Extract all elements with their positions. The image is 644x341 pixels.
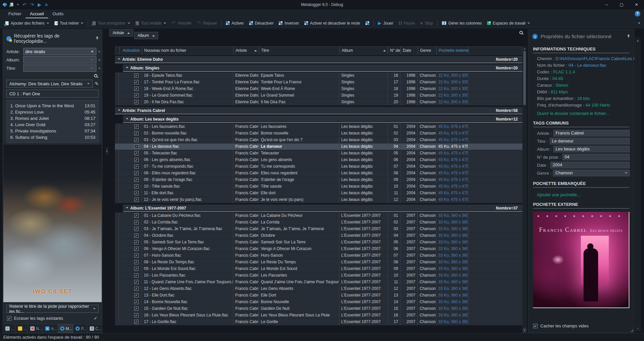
row-checkbox[interactable]: ✓ xyxy=(134,191,139,195)
row-checkbox[interactable]: ✓ xyxy=(134,73,139,78)
toolbar-button-activer-et-desactiver-le-reste[interactable]: Activer et désactiver le reste xyxy=(302,20,363,27)
table-row[interactable]: ✓14 - Bonne Nouvelle.flacFrancis CabrelB… xyxy=(115,299,522,305)
tool-tab-p[interactable]: P... xyxy=(73,324,87,333)
date-input[interactable]: 2004 xyxy=(550,162,630,168)
album-input[interactable]: Les beaux dégâts xyxy=(553,146,630,152)
table-row[interactable]: ✓13 - Elle Dort.flacFrancis CabrelElle D… xyxy=(115,292,522,299)
open-folder-link[interactable]: Ouvrir le dossier contenant le fichier..… xyxy=(528,108,634,117)
tool-tab-[interactable]: ⚡... xyxy=(16,324,28,333)
group-row-album-l-essentiel-1977-2007[interactable]: Album: L'Essentiel 1977-2007Nombre=37 xyxy=(123,205,522,212)
row-checkbox[interactable]: ✓ xyxy=(134,313,139,317)
table-row[interactable]: ✓07 - Hors-Saison.flacFrancis CabrelHors… xyxy=(115,252,522,259)
quick-save-icon[interactable] xyxy=(10,3,13,6)
search-icon[interactable] xyxy=(94,74,97,77)
row-checkbox[interactable]: ✓ xyxy=(134,287,139,291)
row-checkbox[interactable]: ✓ xyxy=(134,260,139,264)
toolbar-button-jouer[interactable]: Jouer xyxy=(376,20,396,27)
quick-redo-icon[interactable]: ↷ xyxy=(30,2,34,7)
overwrite-tags-checkbox[interactable]: ✓ xyxy=(7,316,12,321)
row-checkbox[interactable]: ✓ xyxy=(134,220,139,224)
add-cover-link[interactable]: Ajouter une pochette... xyxy=(528,190,634,198)
table-row[interactable]: ✓16 - Les Yeux Bleus Pleurant Sous La Pl… xyxy=(115,312,522,319)
row-checkbox[interactable]: ✓ xyxy=(134,171,139,175)
table-row[interactable]: ✓06 - Vengo A Ofrecer Mi Corazon.flacFra… xyxy=(115,246,522,252)
collapse-field-icon[interactable]: ◀ xyxy=(96,66,101,70)
close-button[interactable]: ✕ xyxy=(629,0,644,9)
column-header-pochette-externe[interactable]: Pochette externe xyxy=(437,47,469,54)
table-row[interactable]: ✓08 - Elles nous regardent.flacFrancis C… xyxy=(115,170,522,177)
scroll-up-icon[interactable]: ▲ xyxy=(523,47,526,50)
track-item[interactable]: 3. Romeo and Juliet08:17 xyxy=(10,115,95,122)
resize-grip[interactable] xyxy=(630,329,633,332)
group-row-album-les-beaux-degats[interactable]: Album: Les beaux dégâtsNombre=12 xyxy=(123,116,522,123)
collapse-ribbon-icon[interactable]: ▾ xyxy=(638,21,641,25)
tool-tab-m[interactable]: M... xyxy=(58,324,73,333)
quick-save-dropdown-caret-icon[interactable] xyxy=(17,4,19,5)
row-checkbox[interactable]: ✓ xyxy=(134,138,139,142)
track-item[interactable]: 5. Private Investigations07:34 xyxy=(10,128,95,134)
row-checkbox[interactable]: ✓ xyxy=(134,87,139,91)
apply-check-icon[interactable]: ✓ xyxy=(94,316,97,321)
group-chip-artiste[interactable]: Artiste xyxy=(109,29,133,37)
table-row[interactable]: ✓04 - Le danseur.flacFrancis CabrelLe da… xyxy=(115,143,522,150)
table-row[interactable]: ✓12 - Je te vois venir (tu pars).flacFra… xyxy=(115,197,522,203)
toolbar-button-desactiver[interactable]: Désactiver xyxy=(247,20,276,27)
track-item[interactable]: 2. Expresso Love05:45 xyxy=(10,109,95,115)
quick-play-icon[interactable]: ▶ xyxy=(38,2,41,7)
table-row[interactable]: ✓06 - Les gens absents.flacFrancis Cabre… xyxy=(115,157,522,163)
table-row[interactable]: ✓12 - Les Gens Absents.flacFrancis Cabre… xyxy=(115,286,522,292)
table-row[interactable]: ✓10 - Les Passantes.flacFrancis CabrelLe… xyxy=(115,272,522,279)
column-header-artiste[interactable]: Artiste xyxy=(234,47,259,54)
toolbar-button-inverser[interactable]: Inverser xyxy=(276,20,301,27)
row-checkbox[interactable]: ✓ xyxy=(134,184,139,189)
table-row[interactable]: ✓04 - Octobre.flacFrancis CabrelOctobreL… xyxy=(115,232,522,239)
table-row[interactable]: ✓11 - Elle dort.flacFrancis CabrelElle d… xyxy=(115,190,522,197)
track-item[interactable]: 1. Once Upon a Time in the West13:01 xyxy=(10,103,95,109)
track-item[interactable]: 4. Love Over Gold03:27 xyxy=(10,122,95,128)
table-row[interactable]: ✓02 - Bonne nouvelle.flacFrancis CabrelB… xyxy=(115,130,522,137)
table-row[interactable]: ✓15 - Gardien De Nuit.flacFrancis Cabrel… xyxy=(115,305,522,312)
menu-item-fichier[interactable]: Fichier xyxy=(4,10,26,18)
column-header-spacer[interactable] xyxy=(469,47,522,54)
row-checkbox[interactable]: ✓ xyxy=(134,80,139,84)
group-chip-album[interactable]: Album xyxy=(134,32,158,39)
artiste-input[interactable]: dire straits✕ xyxy=(23,48,96,55)
table-row[interactable]: ✓19 - Le Grand Sommeil.flacEtienne DahoL… xyxy=(115,92,522,99)
titre-input[interactable]: Le danseur xyxy=(550,138,630,144)
row-checkbox[interactable]: ✓ xyxy=(134,253,139,258)
table-row[interactable]: ✓09 - Le Monde Est Sourd.flacFrancis Cab… xyxy=(115,266,522,272)
column-header-nouveau-nom-du-fichier[interactable]: Nouveau nom du fichier xyxy=(142,47,234,54)
table-row[interactable]: ✓01 - Les faussaires.flacFrancis CabrelL… xyxy=(115,124,522,130)
row-checkbox[interactable]: ✓ xyxy=(134,300,139,304)
table-search-icon[interactable] xyxy=(519,31,523,34)
row-checkbox[interactable]: ✓ xyxy=(134,320,139,324)
row-checkbox[interactable]: ✓ xyxy=(134,306,139,311)
row-checkbox[interactable]: ✓ xyxy=(134,233,139,238)
row-checkbox[interactable]: ✓ xyxy=(134,151,139,155)
row-checkbox[interactable]: ✓ xyxy=(134,247,139,251)
toolbar-grid-button[interactable] xyxy=(363,20,372,26)
panel-splitter-handle[interactable]: ▸ xyxy=(106,147,108,155)
row-checkbox[interactable]: ✓ xyxy=(134,144,139,149)
row-checkbox[interactable]: ✓ xyxy=(134,267,139,271)
table-row[interactable]: ✓11 - Quand J'aime Une Fois J'aime Pour … xyxy=(115,279,522,286)
group-row-artiste-francis-cabrel[interactable]: Artiste: Francis CabrelNombre=58 xyxy=(115,107,522,114)
table-row[interactable]: ✓05 - Telecaster.flacFrancis CabrelTelec… xyxy=(115,150,522,157)
row-checkbox[interactable]: ✓ xyxy=(134,240,139,244)
toolbar-button-activer[interactable]: Activer xyxy=(223,20,247,27)
quick-undo-icon[interactable]: ↶ xyxy=(23,2,27,7)
match-mode-select[interactable]: Retenir le titre de la piste pour rappro… xyxy=(6,305,99,313)
table-row[interactable]: ✓07 - Tu me corresponds.flacFrancis Cabr… xyxy=(115,163,522,170)
table-scrollbar[interactable]: ▲ ▼ xyxy=(523,46,526,333)
scroll-down-icon[interactable]: ▼ xyxy=(523,328,526,332)
table-row[interactable]: ✓17 - Le Gorille.flacFrancis CabrelLe Go… xyxy=(115,319,522,325)
row-checkbox[interactable]: ✓ xyxy=(134,158,139,162)
scroll-down-icon[interactable]: ▼ xyxy=(636,327,640,330)
help-icon[interactable]: ? xyxy=(635,11,640,17)
table-row[interactable]: ✓16 - Epaule Tatoo.flacEtienne DahoEpaul… xyxy=(115,72,522,79)
table-row[interactable]: ✓03 - Je T'aimais, Je T'aime, Je T'aimer… xyxy=(115,226,522,232)
release-select[interactable]: Alchemy: Dire Straits Live, Dire Straits xyxy=(6,80,93,88)
maximize-button[interactable]: ▢ xyxy=(614,0,629,9)
row-checkbox[interactable]: ✓ xyxy=(134,131,139,135)
table-row[interactable]: ✓17 - Tombé Pour La France.flacEtienne D… xyxy=(115,79,522,86)
